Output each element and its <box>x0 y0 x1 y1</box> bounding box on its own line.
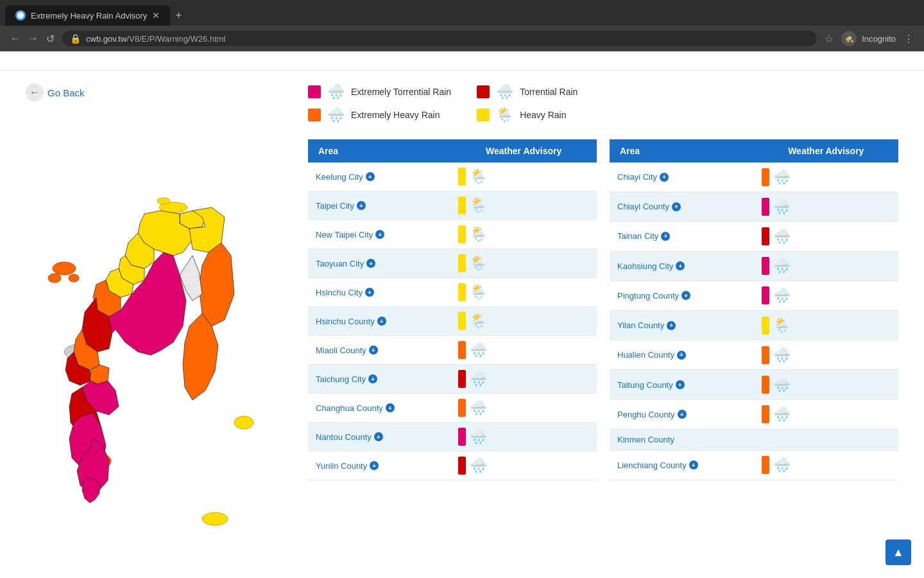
area-cell[interactable]: Lienchiang County+ <box>610 450 754 480</box>
table-row: Keelung City+🌦️ <box>308 162 597 191</box>
expand-icon[interactable]: + <box>357 201 366 210</box>
expand-icon[interactable]: + <box>660 173 669 182</box>
area-name: Kinmen County <box>617 435 746 444</box>
expand-icon[interactable]: + <box>368 374 377 383</box>
table-row: Miaoli County+🌧️ <box>308 336 597 365</box>
expand-icon[interactable]: + <box>676 380 685 389</box>
advisory-cell: 🌦️ <box>754 311 898 340</box>
expand-icon[interactable]: + <box>365 288 374 297</box>
go-back-button[interactable]: ← Go Back <box>26 83 295 101</box>
area-cell[interactable]: Yilan County+ <box>610 311 754 340</box>
advisory-indicator: 🌦️ <box>458 197 589 215</box>
legend-label-extremely-heavy: Extremely Heavy Rain <box>351 110 440 120</box>
active-tab[interactable]: Extremely Heavy Rain Advisory ✕ <box>5 5 170 26</box>
area-cell[interactable]: Taoyuan City+ <box>308 249 450 278</box>
area-name: Tainan City+ <box>617 231 746 241</box>
area-cell[interactable]: Miaoli County+ <box>308 336 450 365</box>
legend-left-col: 🌧️ Extremely Torrential Rain 🌧️ Extremel… <box>308 83 451 123</box>
expand-icon[interactable]: + <box>374 432 383 441</box>
expand-icon[interactable]: + <box>681 291 690 300</box>
expand-icon[interactable]: + <box>375 230 384 239</box>
legend-item-extremely-heavy: 🌧️ Extremely Heavy Rain <box>308 107 451 123</box>
area-cell[interactable]: Hualien County+ <box>610 340 754 370</box>
right-weather-table: Area Weather Advisory Chiayi City+🌧️Chia… <box>610 139 898 480</box>
rain-icon: 🌧️ <box>470 371 487 387</box>
scroll-to-top-button[interactable]: ▲ <box>886 539 911 565</box>
area-cell[interactable]: Yunlin County+ <box>308 451 450 480</box>
expand-icon[interactable]: + <box>386 403 395 412</box>
advisory-cell: 🌧️ <box>450 365 597 394</box>
advisory-indicator: 🌦️ <box>458 283 589 301</box>
severity-color-strip <box>458 428 466 446</box>
area-name: Yilan County+ <box>617 320 746 330</box>
area-cell[interactable]: Taipei City+ <box>308 191 450 220</box>
incognito-icon: 🕵 <box>841 31 857 46</box>
area-cell[interactable]: New Taipei City+ <box>308 220 450 249</box>
area-cell[interactable]: Tainan City+ <box>610 222 754 251</box>
area-cell[interactable]: Kinmen County <box>610 429 754 450</box>
expand-icon[interactable]: + <box>377 317 386 326</box>
area-cell[interactable]: Taitung County+ <box>610 370 754 399</box>
expand-icon[interactable]: + <box>676 261 685 270</box>
severity-color-strip <box>762 227 769 245</box>
url-domain: cwb.gov.tw <box>86 34 126 44</box>
expand-icon[interactable]: + <box>667 321 676 330</box>
advisory-cell: 🌧️ <box>450 394 597 423</box>
svg-marker-21 <box>199 243 234 326</box>
table-row: Lienchiang County+🌧️ <box>610 450 898 480</box>
area-cell[interactable]: Chiayi County+ <box>610 192 754 222</box>
advisory-cell: 🌧️ <box>754 340 898 370</box>
area-cell[interactable]: Changhua County+ <box>308 394 450 423</box>
advisory-cell: 🌦️ <box>450 220 597 249</box>
expand-icon[interactable]: + <box>672 202 681 211</box>
expand-icon[interactable]: + <box>366 172 375 181</box>
url-box[interactable]: 🔒 cwb.gov.tw/V8/E/P/Warning/W26.html <box>62 31 817 46</box>
area-cell[interactable]: Kaohsiung City+ <box>610 251 754 281</box>
severity-color-strip <box>762 257 769 275</box>
table-row: Taoyuan City+🌦️ <box>308 249 597 278</box>
rain-cloud-icon-4: 🌦️ <box>496 107 513 123</box>
advisory-indicator: 🌧️ <box>762 405 891 423</box>
forward-button[interactable]: → <box>28 33 38 44</box>
legend-item-extremely-torrential: 🌧️ Extremely Torrential Rain <box>308 83 451 100</box>
expand-icon[interactable]: + <box>366 259 375 268</box>
menu-icon[interactable]: ⋮ <box>903 33 914 45</box>
tab-close-button[interactable]: ✕ <box>152 10 160 21</box>
area-name: Yunlin County+ <box>316 461 443 471</box>
advisory-cell: 🌧️ <box>450 336 597 365</box>
new-tab-button[interactable]: + <box>175 9 182 22</box>
bookmark-icon[interactable]: ☆ <box>825 33 834 45</box>
severity-color-strip <box>458 457 466 475</box>
advisory-indicator: 🌦️ <box>762 317 891 335</box>
expand-icon[interactable]: + <box>677 351 686 360</box>
expand-icon[interactable]: + <box>661 232 670 241</box>
area-cell[interactable]: Keelung City+ <box>308 162 450 191</box>
taiwan-map-container <box>19 114 276 532</box>
area-cell[interactable]: Chiayi City+ <box>610 162 754 192</box>
area-cell[interactable]: Nantou County+ <box>308 423 450 451</box>
table-row: Hualien County+🌧️ <box>610 340 898 370</box>
taiwan-map-svg <box>19 114 276 532</box>
table-row: Kaohsiung City+🌧️ <box>610 251 898 281</box>
expand-icon[interactable]: + <box>369 346 378 355</box>
expand-icon[interactable]: + <box>678 410 687 419</box>
expand-icon[interactable]: + <box>689 460 698 469</box>
advisory-cell: 🌦️ <box>450 162 597 191</box>
right-table-area-header: Area <box>610 139 754 162</box>
reload-button[interactable]: ↺ <box>46 33 55 45</box>
rain-cloud-icon-2: 🌧️ <box>327 107 345 123</box>
area-name: Kaohsiung City+ <box>617 261 746 271</box>
back-button[interactable]: ← <box>10 33 21 44</box>
area-name: Chiayi County+ <box>617 202 746 211</box>
tab-bar: Extremely Heavy Rain Advisory ✕ + <box>0 0 924 26</box>
area-cell[interactable]: Hsinchu City+ <box>308 278 450 307</box>
table-row: Changhua County+🌧️ <box>308 394 597 423</box>
svg-marker-25 <box>183 313 218 400</box>
area-cell[interactable]: Pingtung County+ <box>610 281 754 310</box>
severity-color-strip <box>762 317 769 335</box>
area-cell[interactable]: Penghu County+ <box>610 399 754 429</box>
severity-color-strip <box>458 370 466 388</box>
area-cell[interactable]: Hsinchu County+ <box>308 307 450 336</box>
expand-icon[interactable]: + <box>370 461 379 470</box>
area-cell[interactable]: Taichung City+ <box>308 365 450 394</box>
